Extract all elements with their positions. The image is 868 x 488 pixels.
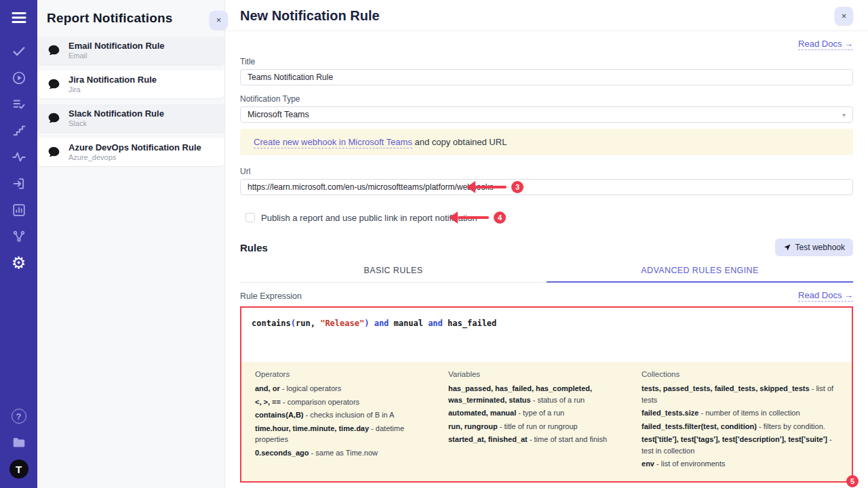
test-webhook-label: Test webhook (795, 243, 845, 252)
rule-title: Email Notification Rule (68, 41, 165, 51)
page-title: New Notification Rule (240, 8, 380, 24)
annotation-box-5: contains(run, "Release") and manual and … (240, 306, 853, 483)
panel-title: Report Notifications (47, 11, 215, 26)
webhook-info-text: and copy obtained URL (412, 137, 507, 147)
menu-icon[interactable] (9, 8, 28, 27)
help-row: 0.seconds_ago - same as Time.now (255, 447, 439, 459)
url-input[interactable] (240, 179, 853, 195)
create-webhook-link[interactable]: Create new webhook in Microsoft Teams (254, 137, 412, 148)
app-sidebar: ⚙ ? T (0, 0, 37, 488)
rule-subtitle: Email (68, 52, 165, 60)
rule-subtitle: Slack (68, 119, 164, 127)
notification-type-label: Notification Type (240, 94, 853, 104)
send-icon (783, 243, 791, 251)
help-row: test['title'], test['tags'], test['descr… (642, 434, 838, 456)
import-icon[interactable] (9, 174, 28, 193)
chat-bubble-icon (47, 77, 61, 92)
notification-rule-item[interactable]: Jira Notification Rule Jira (37, 70, 224, 98)
expression-help-panel: Operatorsand, or - logical operators<, >… (241, 362, 852, 481)
projects-folder-icon[interactable] (9, 433, 28, 452)
chat-bubble-icon (47, 43, 61, 58)
reports-chart-icon[interactable] (9, 201, 28, 220)
rule-subtitle: Azure_devops (68, 153, 201, 161)
help-row: env - list of environments (642, 458, 838, 470)
notification-type-value: Microsoft Teams (248, 110, 309, 119)
notification-rule-item[interactable]: Azure DevOps Notification Rule Azure_dev… (37, 138, 224, 166)
main-area: New Notification Rule × Read Docs → Titl… (225, 0, 868, 488)
chat-bubble-icon (47, 111, 61, 125)
rules-tabs: BASIC RULES ADVANCED RULES ENGINE (240, 260, 853, 283)
help-row: automated, manual - type of a run (448, 407, 632, 419)
read-docs-link-expression[interactable]: Read Docs → (798, 290, 853, 302)
help-row: has_passed, has_failed, has_completed, w… (448, 383, 632, 405)
panel-close-button[interactable]: × (210, 11, 228, 29)
rule-expression-label: Rule Expression (240, 291, 302, 301)
help-icon[interactable]: ? (9, 407, 28, 426)
url-label: Url (240, 167, 853, 176)
title-label: Title (240, 57, 853, 66)
rule-title: Slack Notification Rule (68, 108, 164, 119)
help-row: failed_tests.filter(test, condition) - f… (642, 421, 838, 432)
steps-icon[interactable] (9, 121, 28, 140)
notification-rules-list: Email Notification Rule Email Jira Notif… (37, 33, 224, 166)
chat-bubble-icon (47, 145, 61, 159)
branches-icon[interactable] (9, 227, 28, 246)
chevron-down-icon: ▾ (842, 111, 846, 119)
rule-expression-code: contains(run, "Release") and manual and … (252, 319, 496, 328)
help-row: contains(A,B) - checks inclusion of B in… (255, 409, 439, 421)
settings-gear-icon[interactable]: ⚙ (9, 253, 28, 272)
annotation-badge-5: 5 (846, 475, 859, 487)
title-input[interactable] (240, 69, 853, 85)
rule-subtitle: Jira (68, 85, 157, 94)
rules-heading: Rules (240, 242, 268, 253)
help-column: Variableshas_passed, has_failed, has_com… (448, 370, 632, 472)
publish-checkbox[interactable] (245, 213, 255, 222)
notification-rule-item[interactable]: Slack Notification Rule Slack (37, 104, 224, 132)
plans-list-check-icon[interactable] (9, 95, 28, 114)
tests-check-icon[interactable] (9, 42, 28, 61)
test-webhook-button[interactable]: Test webhook (775, 239, 853, 256)
rule-expression-editor[interactable]: contains(run, "Release") and manual and … (241, 308, 852, 362)
notifications-panel: Report Notifications × Email Notificatio… (37, 0, 225, 488)
rule-title: Jira Notification Rule (68, 75, 157, 85)
help-column: Collectionstests, passed_tests, failed_t… (642, 370, 838, 472)
tab-basic-rules[interactable]: BASIC RULES (240, 260, 547, 282)
runs-play-icon[interactable] (9, 68, 28, 87)
help-row: run, rungroup - title of run or rungroup (448, 421, 632, 432)
help-row: time.hour, time.minute, time.day - datet… (255, 423, 439, 445)
tab-advanced-rules-engine[interactable]: ADVANCED RULES ENGINE (547, 260, 853, 283)
help-row: and, or - logical operators (255, 383, 439, 394)
help-row: failed_tests.size - number of items in c… (642, 407, 838, 419)
read-docs-link[interactable]: Read Docs → (798, 39, 853, 50)
annotation-badge-4: 4 (494, 211, 506, 224)
rule-title: Azure DevOps Notification Rule (68, 142, 201, 152)
analytics-pulse-icon[interactable] (9, 148, 28, 167)
notification-rule-item[interactable]: Email Notification Rule Email (37, 37, 224, 64)
help-row: <, >, == - comparison operators (255, 396, 439, 408)
modal-close-button[interactable]: × (835, 7, 853, 25)
help-row: started_at, finished_at - time of start … (448, 434, 632, 445)
help-row: tests, passed_tests, failed_tests, skipp… (642, 383, 838, 405)
publish-label: Publish a report and use public link in … (261, 213, 477, 223)
help-column: Operatorsand, or - logical operators<, >… (255, 370, 439, 472)
avatar[interactable]: T (9, 460, 28, 479)
notification-type-select[interactable]: Microsoft Teams ▾ (240, 106, 853, 123)
webhook-info-box: Create new webhook in Microsoft Teams an… (240, 129, 853, 155)
